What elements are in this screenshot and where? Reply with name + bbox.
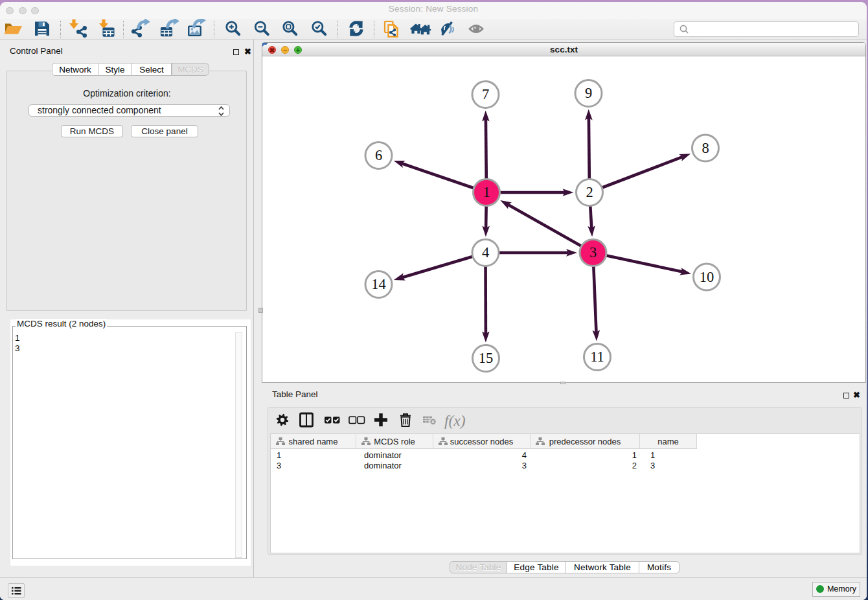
svg-text:4: 4 [482,244,489,260]
svg-text:7: 7 [482,86,489,102]
svg-text:1: 1 [483,184,490,200]
svg-text:f(x): f(x) [444,412,466,429]
svg-text:2: 2 [586,184,593,200]
svg-text:10: 10 [700,269,714,285]
svg-text:9: 9 [585,85,592,101]
svg-text:15: 15 [479,350,494,366]
svg-text:6: 6 [375,147,382,163]
svg-text:8: 8 [702,140,709,156]
svg-text:11: 11 [590,349,604,365]
svg-text:3: 3 [589,244,597,260]
svg-text:14: 14 [371,276,386,292]
